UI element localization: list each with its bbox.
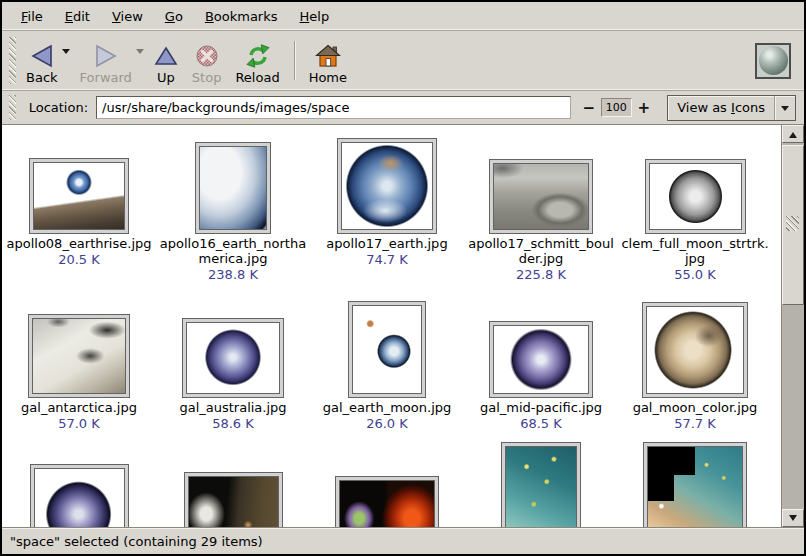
stop-label: Stop	[192, 70, 222, 85]
thumbnail-blue-marble	[338, 139, 436, 233]
file-name: apollo17_earth.jpg	[326, 236, 447, 251]
location-label: Location:	[29, 100, 88, 115]
file-item-gal-moon-color[interactable]: gal_moon_color.jpg 57.7 K	[618, 297, 772, 443]
file-size: 26.0 K	[366, 416, 408, 431]
forward-icon	[93, 42, 119, 70]
file-item-apollo17-schmitt-boulder[interactable]: apollo17_schmitt_boulder.jpg 225.8 K	[464, 133, 618, 297]
icon-row-3-partial	[2, 443, 781, 527]
file-name: apollo16_earth_northamerica.jpg	[159, 236, 307, 266]
back-history-dropdown-icon[interactable]	[62, 49, 70, 58]
menu-go[interactable]: Go	[154, 5, 194, 28]
toolbar-drag-handle[interactable]	[9, 37, 16, 84]
file-name: gal_moon_color.jpg	[633, 400, 758, 415]
menu-edit[interactable]: Edit	[54, 5, 101, 28]
home-icon	[315, 42, 341, 70]
back-label: Back	[26, 70, 58, 85]
view-as-arrow-button[interactable]	[774, 96, 795, 120]
thumbnail-earth-moon	[349, 302, 425, 397]
forward-label: Forward	[80, 70, 132, 85]
file-item-gal-earth-moon[interactable]: gal_earth_moon.jpg 26.0 K	[310, 297, 464, 443]
file-item-gal-australia[interactable]: gal_australia.jpg 58.6 K	[156, 297, 310, 443]
file-item-apollo08-earthrise[interactable]: apollo08_earthrise.jpg 20.5 K	[2, 133, 156, 297]
file-size: 68.5 K	[520, 416, 562, 431]
file-name: gal_australia.jpg	[179, 400, 286, 415]
scroll-down-button[interactable]	[782, 509, 804, 527]
up-label: Up	[157, 70, 175, 85]
file-size: 225.8 K	[516, 267, 566, 282]
file-item-apollo17-earth[interactable]: apollo17_earth.jpg 74.7 K	[310, 133, 464, 297]
zoom-out-button[interactable]: −	[577, 99, 600, 117]
view-as-label: View as Icons	[668, 100, 774, 115]
scroll-down-arrow-icon	[789, 515, 797, 525]
file-size: 58.6 K	[212, 416, 254, 431]
globe-throbber-icon	[759, 46, 788, 75]
file-item-gal-antarctica[interactable]: gal_antarctica.jpg 57.0 K	[2, 297, 156, 443]
icon-view: apollo08_earthrise.jpg 20.5 K apollo16_e…	[2, 125, 804, 527]
home-button[interactable]: Home	[302, 33, 354, 88]
menu-bookmarks[interactable]: Bookmarks	[194, 5, 289, 28]
location-bar: Location: − 100 + View as Icons	[2, 91, 804, 125]
toolbar: Back Forward Up Stop	[2, 31, 804, 91]
file-item-gal-mid-pacific[interactable]: gal_mid-pacific.jpg 68.5 K	[464, 297, 618, 443]
file-item-partial-2[interactable]	[156, 443, 310, 527]
thumbnail-moon-boulder	[490, 160, 592, 233]
up-button[interactable]: Up	[147, 33, 185, 88]
forward-button[interactable]: Forward	[73, 33, 139, 88]
reload-icon	[245, 42, 271, 70]
file-name: gal_antarctica.jpg	[21, 400, 137, 415]
file-name: apollo08_earthrise.jpg	[6, 236, 151, 251]
thumbnail-stairstep-nebula	[644, 443, 746, 527]
stop-icon	[195, 42, 219, 70]
status-text: "space" selected (containing 29 items)	[10, 534, 263, 549]
thumbnail-earthrise	[30, 159, 128, 233]
thumbnail-earth-dark	[31, 465, 128, 527]
zoom-in-button[interactable]: +	[633, 99, 656, 117]
file-item-partial-4[interactable]	[464, 443, 618, 527]
thumbnail-teal-nebula	[502, 443, 580, 527]
scrollbar-thumb[interactable]	[782, 145, 804, 305]
throbber	[755, 43, 791, 79]
scrollbar-track[interactable]	[782, 305, 804, 509]
thumbnail-antennae-galaxies	[185, 473, 282, 527]
scroll-up-arrow-icon	[789, 128, 797, 138]
file-name: gal_mid-pacific.jpg	[480, 400, 602, 415]
file-name: gal_earth_moon.jpg	[323, 400, 452, 415]
scroll-up-button[interactable]	[782, 125, 804, 143]
menu-help[interactable]: Help	[289, 5, 341, 28]
chevron-down-icon	[781, 106, 789, 115]
home-label: Home	[309, 70, 347, 85]
status-bar: "space" selected (containing 29 items)	[2, 527, 804, 554]
location-input[interactable]	[96, 96, 571, 119]
up-icon	[154, 42, 178, 70]
stop-button[interactable]: Stop	[185, 33, 229, 88]
file-size: 55.0 K	[674, 267, 716, 282]
thumbnail-nebula-panels	[336, 477, 438, 527]
back-button[interactable]: Back	[19, 33, 65, 88]
reload-label: Reload	[235, 70, 279, 85]
thumbnail-full-moon	[646, 160, 745, 233]
back-icon	[29, 42, 55, 70]
file-name: apollo17_schmitt_boulder.jpg	[467, 236, 615, 266]
location-bar-drag-handle[interactable]	[9, 95, 16, 120]
file-size: 57.0 K	[58, 416, 100, 431]
menu-view[interactable]: View	[101, 5, 154, 28]
icon-row-1: apollo08_earthrise.jpg 20.5 K apollo16_e…	[2, 133, 781, 297]
file-item-partial-5[interactable]	[618, 443, 772, 527]
file-item-partial-1[interactable]	[2, 443, 156, 527]
view-as-dropdown[interactable]: View as Icons	[667, 95, 796, 121]
menu-file[interactable]: File	[10, 5, 54, 28]
file-size: 238.8 K	[208, 267, 258, 282]
forward-history-dropdown-icon[interactable]	[136, 49, 144, 58]
reload-button[interactable]: Reload	[228, 33, 286, 88]
file-name: clem_full_moon_strtrk.jpg	[621, 236, 769, 266]
thumbnail-antarctica	[29, 315, 129, 397]
icon-row-2: gal_antarctica.jpg 57.0 K gal_australia.…	[2, 297, 781, 443]
file-item-partial-3[interactable]	[310, 443, 464, 527]
file-manager-window: File Edit View Go Bookmarks Help Back Fo…	[0, 0, 806, 556]
file-item-clem-full-moon[interactable]: clem_full_moon_strtrk.jpg 55.0 K	[618, 133, 772, 297]
toolbar-separator	[294, 41, 295, 80]
vertical-scrollbar[interactable]	[781, 125, 804, 527]
file-item-apollo16-earth-northamerica[interactable]: apollo16_earth_northamerica.jpg 238.8 K	[156, 133, 310, 297]
thumbnail-mid-pacific	[490, 322, 592, 397]
thumbnail-australia	[183, 319, 283, 397]
